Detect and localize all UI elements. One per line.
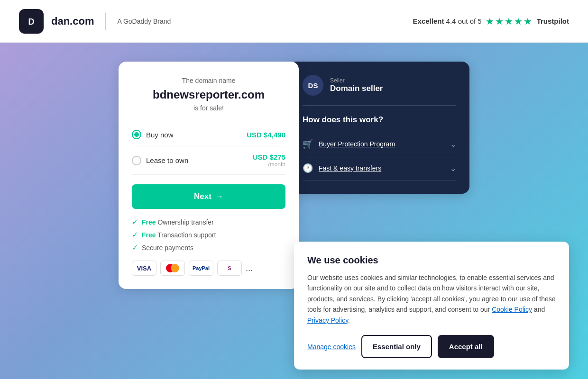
cookie-period: . [348,316,350,324]
mastercard-icon [160,261,185,276]
payment-icons: VISA PayPal S ... [132,261,285,276]
privacy-policy-link[interactable]: Privacy Policy [307,316,348,324]
lease-left: Lease to own [132,156,188,165]
how-works-title: How does this work? [303,115,456,125]
fast-transfers-link[interactable]: Fast & easy transfers [319,164,381,172]
free-label-1: Free Ownership transfer [142,218,214,226]
buy-now-price: USD $4,490 [247,131,285,139]
lease-option[interactable]: Lease to own USD $275 /month [132,146,285,175]
lease-price-wrapper: USD $275 /month [253,153,285,168]
chevron-down-icon-2: ⌄ [450,164,456,173]
cart-icon: 🛒 [303,139,313,149]
chevron-down-icon-1: ⌄ [450,140,456,149]
manage-cookies-link[interactable]: Manage cookies [307,343,356,351]
next-button[interactable]: Next → [132,184,285,209]
header-left: D dan.com A GoDaddy Brand [19,9,171,34]
accept-all-button[interactable]: Accept all [438,335,494,358]
feature-transaction: ✓ Free Transaction support [132,230,285,239]
domain-card: The domain name bdnewsreporter.com is fo… [119,62,299,289]
for-sale-text: is for sale! [132,104,285,112]
seller-header: DS Seller Domain seller [303,75,456,106]
cookie-actions: Manage cookies Essential only Accept all [307,335,556,358]
clock-icon: 🕐 [303,163,313,173]
feature-ownership: ✓ Free Ownership transfer [132,217,285,226]
cookie-and-text: and [532,306,545,313]
trustpilot-stars-icon: ★★★★★ [486,16,533,27]
features-list: ✓ Free Ownership transfer ✓ Free Transac… [132,217,285,252]
paypal-icon: PayPal [189,261,213,276]
lease-radio[interactable] [132,156,141,165]
lease-price: USD $275 [253,153,285,161]
cookie-policy-link[interactable]: Cookie Policy [492,306,532,313]
cookie-banner: We use cookies Our website uses cookies … [294,242,569,370]
fast-transfers-row[interactable]: 🕐 Fast & easy transfers ⌄ [303,156,456,180]
buy-now-radio-inner [134,132,139,137]
trustpilot-section: Excellent 4.4 out of 5 ★★★★★ Trustpilot [413,16,569,27]
essential-only-button[interactable]: Essential only [361,335,432,358]
seller-avatar: DS [303,75,323,96]
buy-now-left: Buy now [132,130,174,139]
logo-icon: D [19,9,44,34]
logo-divider [105,13,106,30]
buyer-protection-link[interactable]: Buyer Protection Program [319,140,395,148]
next-arrow-icon: → [215,192,223,201]
seller-role: Seller [330,77,383,84]
free-label-2: Free Transaction support [142,231,216,239]
lease-label: Lease to own [146,156,188,164]
mc-yellow [171,264,179,272]
next-button-label: Next [194,192,211,201]
trustpilot-label: Excellent [413,17,444,25]
buyer-protection-row[interactable]: 🛒 Buyer Protection Program ⌄ [303,132,456,156]
cookie-title: We use cookies [307,255,556,266]
payment-more: ... [246,263,253,273]
seller-info: Seller Domain seller [330,77,383,93]
check-icon-1: ✓ [132,217,138,226]
domain-name: bdnewsreporter.com [132,88,285,101]
logo-text: dan.com [51,15,94,27]
free-text-2: Free [142,231,156,239]
domain-label: The domain name [132,77,285,84]
seller-card: DS Seller Domain seller How does this wo… [289,62,469,194]
svg-text:D: D [28,17,35,27]
seller-name: Domain seller [330,84,383,93]
trustpilot-score: 4.4 [446,17,456,25]
buy-now-option[interactable]: Buy now USD $4,490 [132,123,285,146]
free-text-1: Free [142,218,156,226]
trustpilot-brand: Trustpilot [537,17,569,25]
secure-label: Secure payments [142,244,193,252]
main-content: The domain name bdnewsreporter.com is fo… [0,43,588,379]
fast-transfers-left: 🕐 Fast & easy transfers [303,163,381,173]
visa-icon: VISA [132,261,156,276]
trustpilot-score-text: Excellent 4.4 out of 5 [413,17,482,25]
buyer-protection-left: 🛒 Buyer Protection Program [303,139,395,149]
feature-secure: ✓ Secure payments [132,243,285,252]
header: D dan.com A GoDaddy Brand Excellent 4.4 … [0,0,588,43]
godaddy-tagline: A GoDaddy Brand [117,18,171,25]
buy-now-radio[interactable] [132,130,141,139]
skrill-icon: S [217,261,242,276]
trustpilot-out-of: out of 5 [458,17,482,25]
lease-sub: /month [253,161,285,168]
buy-now-label: Buy now [146,131,174,139]
check-icon-3: ✓ [132,243,138,252]
cookie-body: Our website uses cookies and similar tec… [307,272,556,325]
check-icon-2: ✓ [132,230,138,239]
